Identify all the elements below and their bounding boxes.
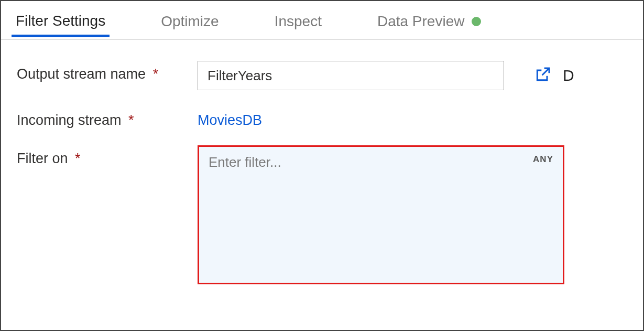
filter-type-badge: ANY [533,154,553,165]
filter-settings-panel: Output stream name * D Incoming stream *… [1,40,643,306]
filter-expression-input[interactable]: Enter filter... ANY [198,145,564,284]
row-output-stream: Output stream name * D [17,61,638,90]
label-filter-on: Filter on * [17,145,198,167]
label-filter-on-text: Filter on [17,151,68,166]
tab-optimize[interactable]: Optimize [157,4,223,37]
tab-inspect[interactable]: Inspect [270,4,326,37]
tabs-bar: Filter Settings Optimize Inspect Data Pr… [1,1,643,40]
row-filter-on: Filter on * Enter filter... ANY [17,145,638,284]
open-external-icon[interactable] [534,66,551,85]
right-actions: D [534,61,574,85]
required-star-icon: * [153,66,159,82]
output-stream-name-input[interactable] [198,61,504,90]
row-incoming-stream: Incoming stream * MoviesDB [17,107,638,129]
required-star-icon: * [128,112,134,128]
tab-data-preview[interactable]: Data Preview [373,4,486,37]
label-output-stream: Output stream name * [17,61,198,82]
required-star-icon: * [75,151,81,166]
label-incoming-stream-text: Incoming stream [17,112,122,128]
filter-placeholder-text: Enter filter... [209,154,281,170]
tab-filter-settings[interactable]: Filter Settings [12,3,110,37]
tab-data-preview-label: Data Preview [377,13,465,30]
truncated-text: D [563,67,574,84]
status-dot-icon [472,17,481,26]
incoming-stream-link[interactable]: MoviesDB [198,107,262,129]
label-incoming-stream: Incoming stream * [17,107,198,129]
label-output-stream-text: Output stream name [17,66,146,82]
